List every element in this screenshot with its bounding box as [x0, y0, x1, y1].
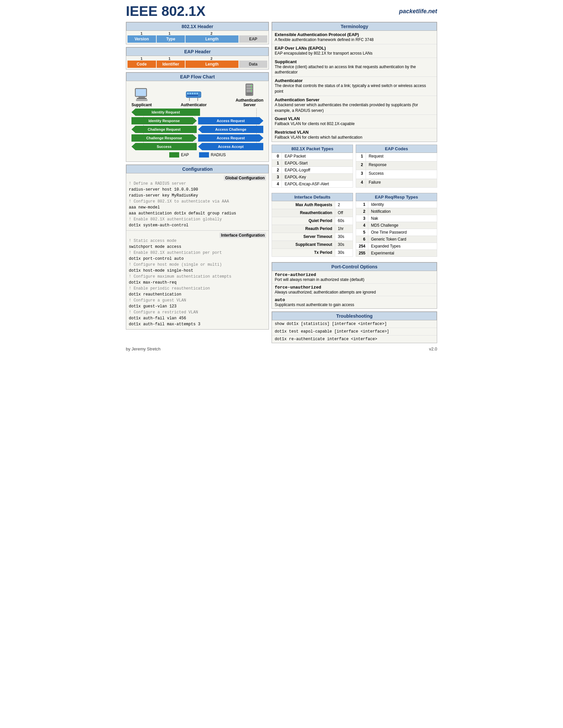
eap-req-resp-table: EAP Req/Resp Types 1 Identity 2 Notifica… [356, 193, 437, 257]
svg-rect-3 [137, 98, 147, 99]
eap-code-label-2: Response [366, 161, 437, 170]
cfg-comment-3: ! Enable 802.1X authentication globally [129, 217, 222, 222]
iface-row-2: Quiet Period 60s [272, 217, 353, 225]
bit-label-3: 2 [183, 31, 239, 35]
term-eapol-title: EAP Over LANs (EAPOL) [274, 46, 434, 51]
legend-eap-color [169, 152, 179, 158]
right-column: Terminology Extensible Authentication Pr… [271, 22, 437, 343]
eap-rr-row-5: 5 One Time Password [356, 229, 437, 236]
packet-num-0: 0 [272, 153, 282, 159]
arrow-row-success: Success Access Accept [131, 143, 263, 150]
eap-code-num-2: 2 [356, 161, 366, 170]
eap-rr-row-254: 254 Expanded Types [356, 243, 437, 250]
iface-label-5: Supplicant Timeout [272, 241, 335, 249]
if-comment-3: ! Configure host mode (single or multi) [129, 262, 222, 267]
arrow-access-challenge: Access Challenge [198, 126, 263, 133]
legend-eap: EAP [169, 152, 189, 158]
if-line-1: switchport mode access [129, 245, 181, 249]
cfg-line-1: radius-server host 10.0.0.100 [129, 187, 198, 192]
iface-val-2: 60s [335, 217, 353, 225]
svg-rect-6 [187, 93, 189, 94]
cfg-comment-2: ! Configure 802.1X to authenticate via A… [129, 199, 229, 204]
iface-row-3: Reauth Period 1hr [272, 225, 353, 233]
term-auth-server-desc: A backend server which authenticates the… [274, 102, 434, 114]
term-restricted-vlan-desc: Fallback VLAN for clients which fail aut… [274, 135, 434, 140]
eap-rr-num-254: 254 [356, 243, 368, 250]
arrow-row-identity-resp: Identity Response Access Request [131, 117, 263, 124]
field-type: Type [157, 35, 185, 43]
field-data: Data [239, 61, 267, 68]
flow-actors: Supplicant [128, 83, 266, 107]
if-line-6: dot1x guest-vlan 123 [129, 304, 176, 309]
eap-rr-num-6: 6 [356, 236, 368, 243]
eap-rr-row-4: 4 MD5 Challenge [356, 222, 437, 229]
eap-code-num-3: 3 [356, 170, 366, 179]
eap-rr-label-1: Identity [368, 201, 437, 208]
authenticator-icon [184, 88, 203, 102]
term-restricted-vlan-title: Restricted VLAN [274, 130, 434, 135]
packet-types-table: 802.1X Packet Types 0 EAP Packet 1 EAPOL… [271, 145, 353, 188]
legend-radius-color [199, 152, 209, 158]
site-name: packetlife.net [399, 8, 437, 15]
8021x-header-box: 802.1X Header 1 1 2 Version Type Length … [126, 22, 269, 44]
eap-rr-num-255: 255 [356, 250, 368, 256]
packet-row-1: 1 EAPOL-Start [272, 159, 353, 166]
config-interface-code: ! Static access mode switchport mode acc… [129, 238, 266, 327]
cfg-line-5: dot1x system-auth-control [129, 223, 188, 228]
left-column: 802.1X Header 1 1 2 Version Type Length … [126, 22, 269, 343]
eap-rr-label-3: Nak [368, 215, 437, 222]
svg-rect-8 [192, 93, 193, 94]
term-supplicant-title: Supplicant [274, 59, 434, 64]
flow-chart-box: EAP Flow Chart Supplica [126, 72, 269, 162]
if-comment-5: ! Enable periodic reauthentication [129, 286, 210, 291]
cfg-line-2: radius-server key MyRadiusKey [129, 193, 198, 198]
terminology-title: Terminology [272, 22, 437, 31]
config-global-code: ! Define a RADIUS server radius-server h… [129, 181, 266, 228]
if-comment-2: ! Enable 802.1X authentication per port [129, 250, 222, 255]
arrow-row-challenge-resp: Challenge Response Access Request [131, 134, 263, 142]
eap-bit-1: 1 [127, 57, 155, 61]
bit-label-4 [239, 31, 267, 35]
iface-val-0: 2 [335, 201, 353, 209]
config-global: Global Configuration ! Define a RADIUS s… [126, 173, 268, 231]
arrow-success: Success [131, 143, 197, 150]
cfg-comment-1: ! Define a RADIUS server [129, 181, 186, 186]
field-length: Length [185, 35, 238, 43]
arrow-row-challenge-req: Challenge Request Access Challenge [131, 126, 263, 133]
iface-label-1: Reauthentication [272, 209, 335, 217]
8021x-bit-labels: 1 1 2 [126, 31, 268, 35]
field-length-eap: Length [185, 61, 238, 68]
arrow-challenge-request: Challenge Request [131, 126, 197, 133]
trouble-cmd-3: dot1x re-authenticate interface <interfa… [272, 336, 437, 343]
svg-rect-11 [187, 95, 198, 96]
if-line-4: dot1x max-reauth-req [129, 280, 176, 285]
eap-rr-row-2: 2 Notification [356, 208, 437, 215]
eap-rr-num-5: 5 [356, 229, 368, 236]
port-control-title: Port-Control Options [272, 262, 437, 271]
iface-defaults-header: Interface Defaults [272, 193, 353, 201]
iface-row-4: Server Timeout 30s [272, 233, 353, 241]
packet-row-0: 0 EAP Packet [272, 153, 353, 159]
term-auth-server: Authentication Server A backend server w… [272, 96, 437, 115]
svg-rect-5 [186, 92, 201, 98]
term-authenticator-desc: The device that controls the status of a… [274, 83, 434, 94]
term-guest-vlan-title: Guest VLAN [274, 116, 434, 121]
eap-codes-header: EAP Codes [356, 145, 437, 153]
port-item-force-authorized: force-authorized Port will always remain… [272, 271, 437, 284]
page-footer: by Jeremy Stretch v2.0 [126, 346, 437, 351]
packet-num-2: 2 [272, 166, 282, 173]
svg-rect-10 [196, 93, 198, 94]
port-item-force-unauthorized: force-unauthorized Always unauthorized; … [272, 284, 437, 296]
packet-num-4: 4 [272, 180, 282, 187]
auth-server-label: AuthenticationServer [235, 98, 263, 107]
port-desc-auto: Supplicants must authenticate to gain ac… [274, 302, 434, 307]
eap-req-resp-header: EAP Req/Resp Types [356, 193, 437, 201]
svg-rect-21 [247, 93, 252, 94]
legend-eap-label: EAP [181, 153, 189, 157]
eap-code-label-4: Failure [366, 179, 437, 187]
eap-rr-row-3: 3 Nak [356, 215, 437, 222]
term-eap: Extensible Authentication Protocol (EAP)… [272, 31, 437, 44]
cfg-line-4: aaa authentication dot1x default group r… [129, 211, 236, 216]
if-line-8: dot1x auth-fail max-attempts 3 [129, 322, 200, 327]
term-eap-desc: A flexible authentication framework defi… [274, 37, 434, 43]
